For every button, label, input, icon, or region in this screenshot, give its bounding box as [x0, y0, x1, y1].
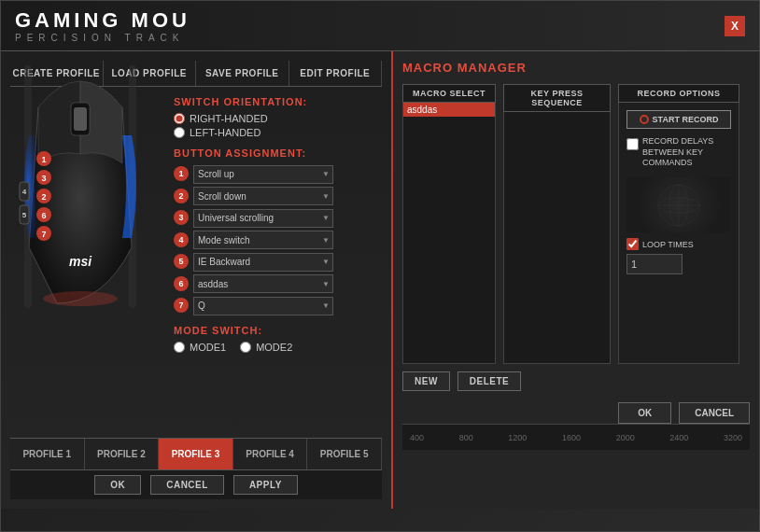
button-select-wrapper-6: asddas [193, 274, 333, 294]
start-record-button[interactable]: START RECORD [626, 110, 731, 129]
mode1-label: MODE1 [190, 342, 226, 353]
button-select-wrapper-4: Mode switch [193, 231, 333, 250]
button-number-3: 3 [174, 210, 189, 225]
macro-ok-button[interactable]: OK [618, 402, 671, 424]
timeline: 400 800 1200 1600 2000 2400 3200 [402, 424, 750, 450]
button-row-3: 3 Universal scrolling [174, 208, 333, 228]
profile-tab-1[interactable]: PROFILE 1 [10, 439, 85, 469]
timeline-mark-800: 800 [459, 433, 473, 442]
button-select-7[interactable]: Q [193, 297, 333, 315]
loop-times-input[interactable]: 1 [626, 254, 683, 274]
macro-select-list[interactable]: asddas [402, 103, 496, 364]
cancel-button[interactable]: CANCEL [150, 475, 224, 495]
mode1-option[interactable]: MODE1 [174, 342, 226, 353]
button-select-wrapper-7: Q [193, 296, 333, 315]
mode2-label: MODE2 [256, 342, 292, 353]
svg-rect-3 [74, 107, 87, 131]
key-press-sequence-header: KEY PRESS SEQUENCE [503, 84, 611, 112]
switch-orientation-label: SWITCH ORIENTATION: [174, 96, 333, 107]
svg-text:4: 4 [22, 188, 27, 196]
button-select-3[interactable]: Universal scrolling [193, 209, 333, 228]
button-select-4[interactable]: Mode switch [193, 231, 333, 249]
profile-bar: PROFILE 1 PROFILE 2 PROFILE 3 PROFILE 4 … [10, 438, 382, 469]
timeline-mark-2400: 2400 [669, 433, 688, 442]
button-number-1: 1 [174, 166, 189, 181]
profile-tab-5[interactable]: PROFILE 5 [307, 439, 382, 469]
left-handed-radio[interactable] [174, 127, 185, 138]
mode2-option[interactable]: MODE2 [240, 342, 292, 353]
mode1-radio[interactable] [174, 342, 185, 353]
record-delays-checkbox[interactable] [626, 138, 639, 150]
left-handed-label: LEFT-HANDED [190, 127, 260, 138]
record-options-body: START RECORD RECORD DELAYS BETWEEN KEY C… [618, 103, 739, 364]
save-profile-button[interactable]: SAVE PROFILE [196, 61, 289, 86]
record-options-header: RECORD OPTIONS [618, 84, 739, 103]
macro-button-row: NEW DELETE [402, 371, 750, 391]
button-select-5[interactable]: IE Backward [193, 253, 333, 272]
loop-times-text: LOOP TIMES [642, 240, 694, 249]
app-title: GAMING MOU [15, 8, 190, 33]
mode-radio-group: MODE1 MODE2 [174, 342, 333, 356]
app-subtitle: PERCISION TRACK [15, 33, 190, 43]
record-circle-icon [640, 115, 649, 124]
timeline-mark-3200: 3200 [724, 433, 742, 442]
button-row-4: 4 Mode switch [174, 231, 333, 250]
button-select-wrapper-2: Scroll down [193, 187, 333, 206]
ok-button[interactable]: OK [94, 475, 141, 495]
edit-profile-button[interactable]: EDIT PROFILE [289, 61, 383, 86]
globe-decoration [626, 176, 731, 232]
right-handed-radio[interactable] [174, 113, 185, 124]
macro-columns: MACRO SELECT asddas KEY PRESS SEQUENCE R… [402, 84, 750, 364]
delete-macro-button[interactable]: DELETE [457, 371, 521, 391]
button-assignment-section: BUTTON ASSIGNMENT: 1 Scroll up [174, 147, 333, 315]
record-delays-label: RECORD DELAYS BETWEEN KEY COMMANDS [642, 136, 731, 169]
button-row-1: 1 Scroll up [174, 164, 333, 184]
button-row-2: 2 Scroll down [174, 187, 333, 206]
macro-item-asddas[interactable]: asddas [403, 103, 495, 117]
button-number-7: 7 [174, 298, 189, 313]
mode2-radio[interactable] [240, 342, 251, 353]
new-macro-button[interactable]: NEW [402, 371, 450, 391]
close-button[interactable]: X [725, 16, 745, 36]
loop-times-checkbox[interactable] [626, 238, 639, 250]
profile-tab-3[interactable]: PROFILE 3 [159, 439, 233, 469]
button-select-1[interactable]: Scroll up [193, 165, 333, 184]
button-select-6[interactable]: asddas [193, 274, 333, 293]
button-number-2: 2 [174, 189, 189, 203]
macro-select-column: MACRO SELECT asddas [402, 84, 496, 364]
record-options-column: RECORD OPTIONS START RECORD RECORD DELAY… [618, 84, 739, 364]
loop-section: LOOP TIMES 1 [626, 238, 731, 274]
macro-manager-title: MACRO MANAGER [402, 61, 750, 75]
right-handed-option[interactable]: RIGHT-HANDED [174, 113, 333, 124]
left-panel: CREATE PROFILE LOAD PROFILE SAVE PROFILE… [1, 51, 393, 509]
content-area: CREATE PROFILE LOAD PROFILE SAVE PROFILE… [1, 51, 759, 509]
controls-area: SWITCH ORIENTATION: RIGHT-HANDED LEFT-HA… [174, 96, 333, 428]
svg-text:msi: msi [69, 254, 92, 269]
button-row-6: 6 asddas [174, 274, 333, 294]
bottom-actions: OK CANCEL APPLY [10, 469, 382, 499]
button-number-5: 5 [174, 254, 189, 269]
timeline-mark-1600: 1600 [562, 433, 581, 442]
button-select-wrapper-1: Scroll up [193, 164, 333, 184]
profile-tab-4[interactable]: PROFILE 4 [233, 439, 308, 469]
button-number-6: 6 [174, 276, 189, 291]
timeline-mark-400: 400 [410, 433, 424, 442]
macro-cancel-button[interactable]: CANCEL [679, 402, 750, 424]
apply-button[interactable]: APPLY [233, 475, 298, 495]
profile-tab-2[interactable]: PROFILE 2 [85, 439, 160, 469]
start-record-label: START RECORD [653, 115, 719, 124]
switch-orientation-group: RIGHT-HANDED LEFT-HANDED [174, 113, 333, 138]
left-panel-inner: CREATE PROFILE LOAD PROFILE SAVE PROFILE… [10, 61, 382, 499]
timeline-mark-1200: 1200 [508, 433, 527, 442]
timeline-marks: 400 800 1200 1600 2000 2400 3200 [410, 433, 742, 442]
left-handed-option[interactable]: LEFT-HANDED [174, 127, 333, 138]
mode-switch-section: MODE SWITCH: MODE1 MODE2 [174, 325, 333, 356]
mouse-illustration: 1 3 2 6 7 [10, 61, 160, 341]
button-select-2[interactable]: Scroll down [193, 187, 333, 205]
button-select-wrapper-5: IE Backward [193, 252, 333, 272]
svg-text:3: 3 [41, 174, 46, 183]
macro-select-header: MACRO SELECT [402, 84, 496, 103]
button-number-4: 4 [174, 232, 189, 247]
key-press-sequence-column: KEY PRESS SEQUENCE [503, 84, 611, 364]
header: GAMING MOU PERCISION TRACK X [1, 1, 759, 51]
